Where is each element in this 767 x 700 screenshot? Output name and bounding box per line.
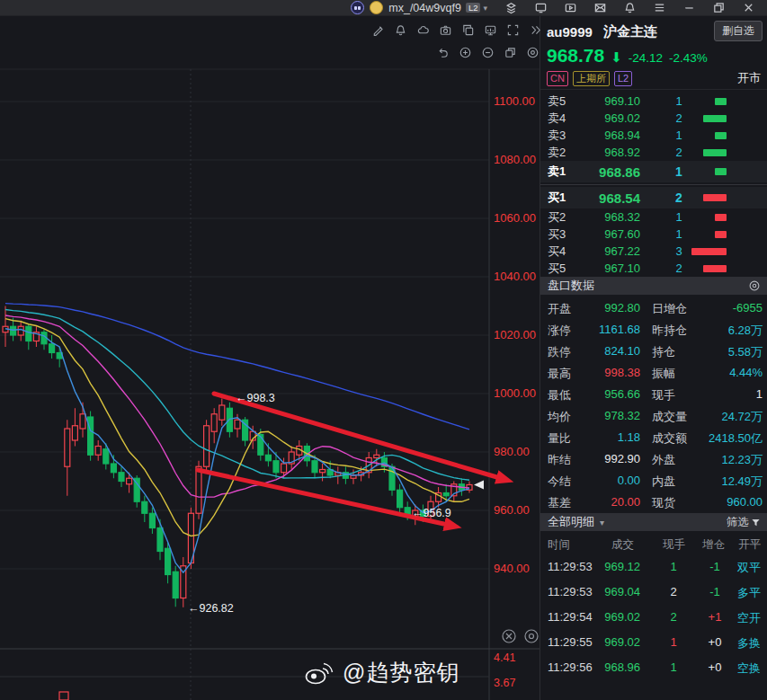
book-level-label: 卖5 (548, 93, 566, 110)
cloud-icon[interactable] (415, 22, 432, 38)
fullscreen-icon[interactable] (505, 22, 522, 38)
trade-price: 969.02 (604, 635, 640, 649)
zoomout-icon[interactable] (480, 44, 496, 60)
order-book-row-卖3[interactable]: 卖3968.941 (540, 127, 767, 144)
details-col-header: 增仓 (702, 537, 725, 553)
details-col-header: 成交 (611, 537, 634, 553)
cast-icon[interactable] (533, 0, 548, 15)
book-volume-bar (715, 132, 727, 139)
order-book-row-卖5[interactable]: 卖5969.101 (540, 93, 767, 110)
trade-time: 11:29:55 (548, 635, 593, 649)
book-price: 969.10 (604, 94, 640, 108)
svg-text:4.41: 4.41 (494, 651, 515, 664)
quote-header: au9999 沪金主连 删自选 968.78 ⬇ -24.12 -2.43% C… (540, 16, 767, 90)
pankou-row: 均价978.32成交量24.72万 (540, 405, 767, 427)
details-title[interactable]: 全部明细 (548, 514, 594, 530)
close-icon[interactable] (741, 0, 756, 15)
trade-time: 11:29:54 (548, 610, 593, 624)
pankou-label: 今结 (548, 474, 571, 490)
trade-detail-row[interactable]: 11:29:54969.022+1空开 (540, 605, 767, 630)
candlestick-chart-canvas[interactable]: 1100.001080.001060.001040.001020.001000.… (0, 16, 540, 700)
svg-text:3.67: 3.67 (494, 677, 515, 689)
pankou-label: 最高 (548, 366, 571, 382)
pankou-row: 量比1.18成交额2418.50亿 (540, 427, 767, 448)
details-col-header: 开平 (738, 537, 761, 553)
gear-icon[interactable] (525, 44, 541, 60)
trade-position-change: -1 (704, 585, 726, 598)
book-price: 967.10 (604, 261, 640, 275)
pankou-value: 992.90 (604, 452, 640, 465)
order-book-row-买5[interactable]: 买5967.102 (540, 260, 767, 277)
details-caret-icon[interactable]: ▾ (600, 518, 604, 527)
mail-icon[interactable] (593, 0, 608, 15)
trade-open-close: 空开 (737, 610, 761, 626)
pankou-section-header: 盘口数据 (540, 277, 767, 295)
book-volume-bar (715, 98, 727, 105)
pencil-icon[interactable] (370, 22, 387, 38)
pankou-value: 12.49万 (721, 474, 763, 490)
pankou-label: 现手 (652, 387, 675, 403)
assistant-avatar[interactable] (351, 1, 364, 14)
order-book-row-买3[interactable]: 买3967.601 (540, 226, 767, 243)
zoomin-icon[interactable] (458, 44, 474, 60)
pankou-row: 跌停824.10持仓5.58万 (540, 341, 767, 362)
quote-panel: au9999 沪金主连 删自选 968.78 ⬇ -24.12 -2.43% C… (540, 16, 767, 700)
pankou-row: 基差20.00现货960.00 (540, 492, 767, 513)
book-level-label: 买3 (548, 226, 566, 243)
bell-icon[interactable] (393, 22, 409, 38)
book-volume-bar (703, 115, 727, 122)
order-book-row-卖1[interactable]: 卖1968.861 (540, 161, 767, 182)
book-qty: 2 (670, 111, 688, 125)
user-avatar[interactable] (370, 1, 383, 14)
book-level-label: 买4 (548, 244, 566, 260)
pankou-settings-icon[interactable] (748, 279, 761, 292)
trade-time: 11:29:53 (548, 585, 593, 598)
account-id[interactable]: mx_/04w9vqf9 (388, 2, 461, 14)
funnel-icon (751, 518, 761, 527)
book-qty: 1 (670, 128, 688, 142)
minimize-icon[interactable] (682, 0, 697, 15)
trade-detail-row[interactable]: 11:29:53969.121-1双平 (540, 554, 767, 580)
layers-icon[interactable] (504, 0, 519, 15)
trade-detail-row[interactable]: 11:29:55969.021+0多换 (540, 630, 767, 655)
book-volume-bar (715, 214, 727, 221)
book-qty: 1 (670, 164, 688, 179)
monitor-icon[interactable] (483, 22, 499, 38)
trade-detail-row[interactable]: 11:29:56968.961+0空换 (540, 655, 767, 680)
pankou-label: 日增仓 (652, 301, 687, 317)
quote-badge: L2 (614, 71, 632, 86)
pankou-value: 960.00 (727, 495, 763, 509)
camera-icon[interactable] (438, 22, 454, 38)
trade-lots: 1 (664, 560, 682, 573)
order-book-row-买4[interactable]: 买4967.223 (540, 243, 767, 260)
undo-icon[interactable] (435, 44, 451, 60)
video-icon[interactable] (563, 0, 578, 15)
svg-text:←956.9: ←956.9 (412, 507, 451, 519)
order-book-row-卖4[interactable]: 卖4969.022 (540, 110, 767, 127)
svg-text:1100.00: 1100.00 (494, 94, 535, 108)
trade-open-close: 空换 (737, 660, 761, 677)
svg-text:1080.00: 1080.00 (494, 153, 536, 166)
bell-icon[interactable] (622, 0, 638, 15)
trade-price: 969.12 (604, 560, 640, 573)
window-icon[interactable] (503, 44, 519, 60)
trade-lots: 2 (664, 585, 682, 598)
trade-detail-row[interactable]: 11:29:53969.042-1多平 (540, 580, 767, 605)
pankou-label: 跌停 (548, 344, 571, 360)
remove-watchlist-button[interactable]: 删自选 (714, 21, 763, 41)
filter-button[interactable]: 筛选 (727, 515, 761, 530)
copy-icon[interactable] (460, 22, 477, 38)
svg-text:1060.00: 1060.00 (494, 211, 536, 225)
order-book-row-买1[interactable]: 买1968.542 (540, 187, 767, 208)
svg-text:980.00: 980.00 (494, 445, 530, 458)
order-book-row-买2[interactable]: 买2968.321 (540, 208, 767, 226)
weibo-icon (304, 660, 334, 686)
book-price: 968.86 (599, 164, 640, 180)
restore-icon[interactable] (711, 0, 727, 15)
list-icon[interactable] (652, 0, 667, 15)
chevrons-icon[interactable] (528, 22, 544, 38)
account-caret-icon[interactable]: ▾ (483, 4, 487, 13)
order-book-row-卖2[interactable]: 卖2968.922 (540, 144, 767, 161)
pankou-value: 1.18 (618, 430, 640, 444)
trade-position-change: +1 (704, 610, 726, 624)
